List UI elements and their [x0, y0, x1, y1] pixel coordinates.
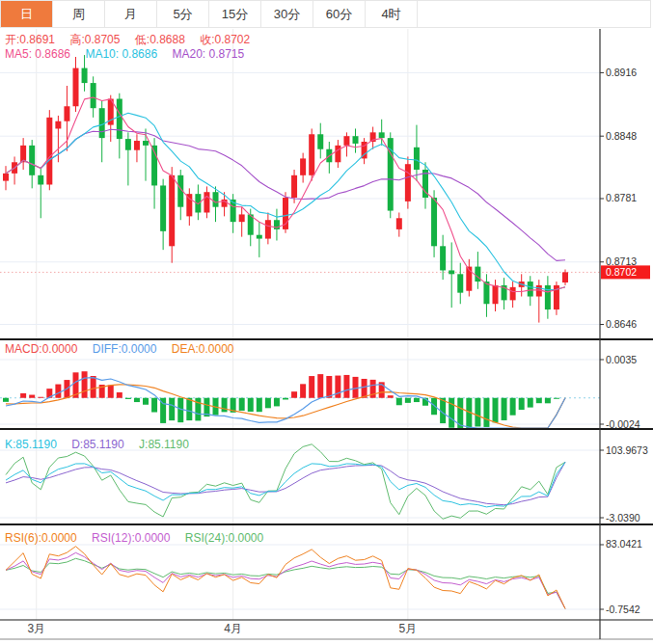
period-tab-4[interactable]: 15分 — [209, 1, 261, 27]
ma-row: MA5: 0.8686 MA10: 0.8686 MA20: 0.8715 — [5, 47, 256, 61]
j-stat: J:85.1190 — [139, 438, 189, 451]
macd-header: MACD:0.0000 DIFF:0.0000 DEA:0.0000 — [5, 342, 245, 356]
macd-bar — [38, 397, 43, 398]
period-tab-7[interactable]: 4时 — [366, 1, 418, 27]
month-label: 5月 — [399, 622, 418, 635]
macd-bar — [274, 398, 280, 407]
macd-bar — [265, 398, 271, 409]
open-stat: 开:0.8691 — [5, 33, 55, 46]
macd-bar — [326, 376, 332, 398]
macd-bar — [449, 398, 454, 428]
period-tab-1[interactable]: 周 — [53, 1, 105, 27]
macd-bar — [117, 392, 122, 398]
macd-bar — [29, 395, 35, 398]
candle-body — [483, 282, 489, 304]
candle-body — [457, 274, 463, 292]
candle-body — [265, 220, 271, 238]
kline-chart[interactable]: 0.89160.88480.87810.87130.86460.0035-0.0… — [0, 0, 653, 644]
period-tabs: 日周月5分15分30分60分4时 — [0, 0, 651, 28]
k-stat: K:85.1190 — [5, 438, 57, 451]
dea-stat: DEA:0.0000 — [172, 342, 234, 356]
macd-bar — [405, 398, 411, 403]
candle-body — [291, 175, 297, 198]
ma20-stat: MA20: 0.8715 — [172, 47, 244, 61]
rsi12-stat: RSI(12):0.0000 — [92, 531, 170, 545]
rsi6-stat: RSI(6):0.0000 — [5, 531, 77, 545]
candle-body — [160, 185, 166, 230]
macd-bar — [343, 375, 349, 398]
macd-bar — [239, 398, 245, 411]
ohlc-row: 开:0.8691 高:0.8705 低:0.8688 收:0.8702 — [5, 32, 261, 48]
candle-body — [143, 141, 149, 146]
high-stat: 高:0.8705 — [69, 33, 120, 46]
y-axis-label: 83.0421 — [606, 538, 642, 550]
macd-bar — [353, 377, 359, 398]
period-tab-0[interactable]: 日 — [1, 1, 53, 27]
candle-body — [20, 146, 26, 162]
macd-bar — [510, 398, 516, 416]
rsi24-stat: RSI(24):0.0000 — [185, 531, 263, 545]
candle-body — [335, 146, 340, 162]
macd-bar — [143, 398, 149, 405]
candle-body — [64, 106, 69, 121]
candle-body — [82, 68, 88, 83]
candle-body — [186, 194, 192, 216]
macd-stat: MACD:0.0000 — [5, 342, 77, 356]
period-tab-6[interactable]: 60分 — [313, 1, 366, 27]
candle-body — [134, 141, 140, 150]
macd-bar — [528, 398, 533, 408]
candle-body — [91, 83, 96, 108]
macd-bar — [20, 393, 26, 398]
candle-body — [204, 192, 209, 212]
candle-body — [55, 121, 61, 129]
candle-body — [562, 272, 568, 282]
macd-bar — [222, 398, 228, 413]
candle-body — [510, 287, 516, 301]
candle-body — [125, 139, 131, 150]
macd-bar — [414, 398, 420, 402]
d-stat: D:85.1190 — [71, 438, 124, 451]
low-stat: 低:0.8688 — [135, 33, 185, 46]
y-axis-label: -3.0390 — [606, 512, 640, 523]
macd-bar — [475, 398, 480, 427]
period-tab-2[interactable]: 月 — [105, 1, 157, 27]
macd-bar — [3, 398, 9, 402]
macd-bar — [396, 398, 402, 406]
tabbar-filler — [418, 1, 650, 27]
macd-bar — [125, 398, 131, 399]
macd-bar — [169, 398, 175, 420]
current-price-label: 0.8702 — [606, 266, 637, 278]
macd-bar — [134, 398, 140, 402]
candle-body — [3, 174, 9, 181]
chart-background — [0, 0, 653, 644]
candle-body — [300, 158, 306, 174]
candle-body — [38, 175, 43, 185]
y-axis-label: 0.8646 — [606, 318, 637, 330]
candle-body — [309, 134, 314, 175]
period-tab-3[interactable]: 5分 — [157, 1, 209, 27]
macd-bar — [388, 395, 394, 398]
y-axis-label: 0.0035 — [606, 354, 637, 365]
rsi-header: RSI(6):0.0000 RSI(12):0.0000 RSI(24):0.0… — [5, 531, 275, 545]
month-label: 3月 — [27, 622, 45, 635]
macd-bar — [257, 398, 262, 412]
candle-body — [493, 285, 499, 304]
candle-body — [353, 136, 359, 144]
candle-body — [29, 146, 35, 175]
diff-stat: DIFF:0.0000 — [93, 342, 157, 356]
candle-body — [440, 246, 446, 270]
macd-bar — [108, 386, 114, 398]
y-axis-label: 0.8848 — [606, 130, 637, 142]
y-axis-label: -0.0024 — [606, 418, 640, 430]
macd-bar — [362, 379, 367, 398]
period-tab-5[interactable]: 30分 — [261, 1, 313, 27]
macd-bar — [545, 398, 551, 404]
candle-body — [528, 282, 533, 296]
ma5-stat: MA5: 0.8686 — [5, 47, 70, 61]
macd-bar — [519, 398, 525, 410]
candle-body — [317, 134, 323, 148]
macd-bar — [248, 398, 254, 412]
macd-bar — [554, 398, 559, 399]
macd-bar — [186, 398, 192, 420]
macd-bar — [317, 374, 323, 398]
